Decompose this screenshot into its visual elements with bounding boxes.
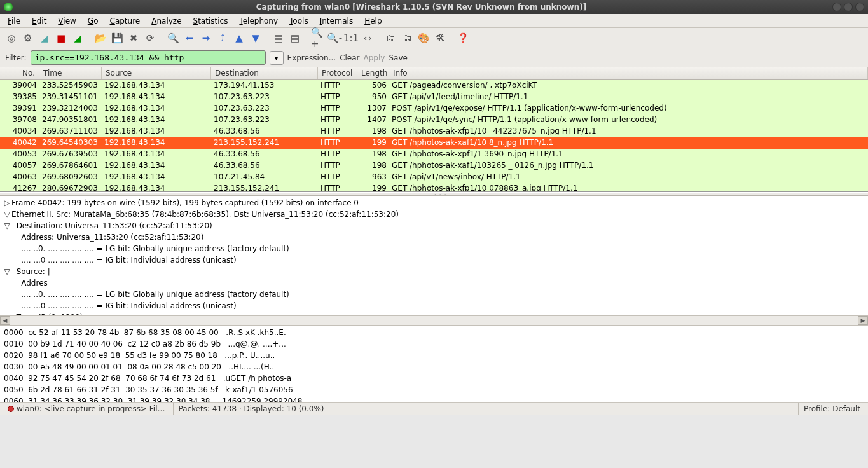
start-icon[interactable]: ◢ <box>37 31 52 46</box>
col-protocol[interactable]: Protocol <box>318 67 357 79</box>
packet-row[interactable]: 40042269.64540303192.168.43.134213.155.1… <box>0 137 868 149</box>
titlebar: Capturing from wlan0 [Wireshark 1.10.5 (… <box>0 0 868 14</box>
toolbar: ◎ ⚙ ◢ ■ ◢ 📂 💾 ✖ ⟳ 🔍 ⬅ ➡ ⤴ ▲ ▼ ▤ ▤ 🔍+ 🔍- … <box>0 28 868 48</box>
packet-row[interactable]: 39004233.52545903192.168.43.134173.194.4… <box>0 80 868 92</box>
stop-icon[interactable]: ■ <box>53 31 69 46</box>
menu-view[interactable]: View <box>53 15 81 27</box>
capfilter-icon[interactable]: 🗂 <box>383 31 398 46</box>
tree-line[interactable]: ▽ Destination: Universa_11:53:20 (cc:52:… <box>3 220 865 231</box>
packet-row[interactable]: 39391239.32124003192.168.43.134107.23.63… <box>0 103 868 114</box>
packet-row[interactable]: 39385239.31451101192.168.43.134107.23.63… <box>0 92 868 103</box>
resize-cols-icon[interactable]: ⇔ <box>360 31 375 46</box>
apply-link[interactable]: Apply <box>364 53 385 62</box>
autoscroll-icon[interactable]: ▤ <box>287 31 303 46</box>
hex-line[interactable]: 0040 92 75 47 45 54 20 2f 68 70 68 6f 74… <box>4 373 864 384</box>
col-length[interactable]: Length <box>357 67 389 79</box>
filter-dropdown[interactable]: ▾ <box>270 51 284 65</box>
expression-link[interactable]: Expression... <box>287 53 336 62</box>
splitter-1[interactable] <box>0 192 868 196</box>
hex-line[interactable]: 0050 6b 2d 78 61 66 31 2f 31 30 35 37 36… <box>4 384 864 396</box>
dispfilter-icon[interactable]: 🗂 <box>399 31 415 46</box>
hex-line[interactable]: 0000 cc 52 af 11 53 20 78 4b 87 6b 68 35… <box>4 327 864 338</box>
packet-headers: No. Time Source Destination Protocol Len… <box>0 67 868 80</box>
save-icon[interactable]: 💾 <box>109 31 125 46</box>
menu-statistics[interactable]: Statistics <box>188 15 233 27</box>
zoom11-icon[interactable]: 1:1 <box>343 31 359 46</box>
menu-edit[interactable]: Edit <box>27 15 52 27</box>
forward-icon[interactable]: ➡ <box>198 31 214 46</box>
packet-list[interactable]: 39004233.52545903192.168.43.134173.194.4… <box>0 80 868 192</box>
status-iface: wlan0: <live capture in progress> Fil… <box>17 404 165 413</box>
packet-row[interactable]: 40063269.68092603192.168.43.134107.21.45… <box>0 172 868 183</box>
maximize-button[interactable] <box>844 3 853 11</box>
tree-line[interactable]: ▽Ethernet II, Src: MurataMa_6b:68:35 (78… <box>3 209 865 220</box>
menu-analyze[interactable]: Analyze <box>146 15 186 27</box>
close-button[interactable] <box>855 3 864 11</box>
back-icon[interactable]: ⬅ <box>182 31 197 46</box>
tree-line[interactable]: .... ..0. .... .... .... .... = LG bit: … <box>3 243 865 254</box>
col-info[interactable]: Info <box>389 67 868 79</box>
hex-line[interactable]: 0020 98 f1 a6 70 00 50 e9 18 55 d3 fe 99… <box>4 350 864 361</box>
col-dest[interactable]: Destination <box>211 67 318 79</box>
col-no[interactable]: No. <box>0 67 39 79</box>
menu-capture[interactable]: Capture <box>104 15 145 27</box>
hex-line[interactable]: 0030 00 e5 48 49 00 00 01 01 08 0a 00 28… <box>4 361 864 373</box>
tree-line[interactable]: ▽ Source: | <box>3 266 865 277</box>
statusbar: wlan0: <live capture in progress> Fil… P… <box>0 402 868 415</box>
tree-line[interactable]: .... ...0 .... .... .... .... = IG bit: … <box>3 254 865 266</box>
filter-label: Filter: <box>5 53 27 62</box>
menu-internals[interactable]: Internals <box>315 15 359 27</box>
packet-row[interactable]: 40057269.67864601192.168.43.13446.33.68.… <box>0 160 868 172</box>
goto-icon[interactable]: ⤴ <box>215 31 230 46</box>
h-scrollbar[interactable]: ◀▶ <box>0 315 868 326</box>
menu-help[interactable]: Help <box>359 15 387 27</box>
first-icon[interactable]: ▲ <box>231 31 247 46</box>
window-title: Capturing from wlan0 [Wireshark 1.10.5 (… <box>13 3 830 11</box>
menubar: FileEditViewGoCaptureAnalyzeStatisticsTe… <box>0 14 868 28</box>
filterbar: Filter: ▾ Expression... Clear Apply Save <box>0 48 868 67</box>
zoomout-icon[interactable]: 🔍- <box>327 31 342 46</box>
capture-dot-icon <box>8 406 14 412</box>
tree-line[interactable]: Address: Universa_11:53:20 (cc:52:af:11:… <box>3 231 865 243</box>
coloring-icon[interactable]: 🎨 <box>416 31 431 46</box>
find-icon[interactable]: 🔍 <box>165 31 181 46</box>
hex-line[interactable]: 0060 31 34 36 33 39 36 32 30 31 39 39 32… <box>4 396 864 402</box>
col-source[interactable]: Source <box>102 67 211 79</box>
menu-tools[interactable]: Tools <box>284 15 313 27</box>
minimize-button[interactable] <box>832 3 841 11</box>
app-icon <box>4 3 13 11</box>
packet-row[interactable]: 40053269.67639503192.168.43.13446.33.68.… <box>0 149 868 160</box>
clear-link[interactable]: Clear <box>340 53 359 62</box>
packet-bytes[interactable]: 0000 cc 52 af 11 53 20 78 4b 87 6b 68 35… <box>0 326 868 402</box>
menu-telephony[interactable]: Telephony <box>234 15 283 27</box>
menu-file[interactable]: File <box>3 15 25 27</box>
close-file-icon[interactable]: ✖ <box>126 31 141 46</box>
colorize-icon[interactable]: ▤ <box>271 31 286 46</box>
status-profile[interactable]: Profile: Default <box>798 403 865 415</box>
col-time[interactable]: Time <box>39 67 102 79</box>
packet-row[interactable]: 40034269.63711103192.168.43.13446.33.68.… <box>0 126 868 137</box>
status-packets: Packets: 41738 · Displayed: 10 (0.0%) <box>173 403 329 415</box>
open-icon[interactable]: 📂 <box>93 31 108 46</box>
save-link[interactable]: Save <box>389 53 407 62</box>
filter-input[interactable] <box>31 50 266 65</box>
tree-line[interactable]: Addres <box>3 277 865 289</box>
hex-line[interactable]: 0010 00 b9 1d 71 40 00 40 06 c2 12 c0 a8… <box>4 338 864 350</box>
last-icon[interactable]: ▼ <box>248 31 263 46</box>
interfaces-icon[interactable]: ◎ <box>4 31 19 46</box>
tree-line[interactable]: .... ...0 .... .... .... .... = IG bit: … <box>3 300 865 312</box>
help-icon[interactable]: ❓ <box>455 31 471 46</box>
packet-details[interactable]: ▷Frame 40042: 199 bytes on wire (1592 bi… <box>0 196 868 315</box>
restart-icon[interactable]: ◢ <box>70 31 85 46</box>
reload-icon[interactable]: ⟳ <box>142 31 158 46</box>
packet-row[interactable]: 39708247.90351801192.168.43.134107.23.63… <box>0 114 868 126</box>
tree-line[interactable]: .... ..0. .... .... .... .... = LG bit: … <box>3 289 865 300</box>
prefs-icon[interactable]: 🛠 <box>432 31 448 46</box>
menu-go[interactable]: Go <box>83 15 104 27</box>
zoomin-icon[interactable]: 🔍+ <box>310 31 326 46</box>
options-icon[interactable]: ⚙ <box>20 31 36 46</box>
